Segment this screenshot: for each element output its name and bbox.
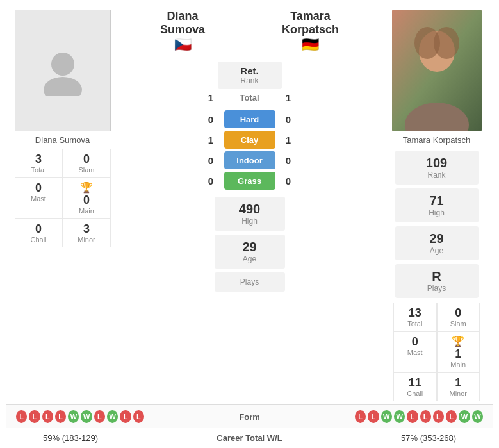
rank-sublabel: Rank <box>222 76 278 85</box>
right-form-10: W <box>472 410 483 423</box>
right-form-5: L <box>407 410 418 423</box>
right-form-4: W <box>394 410 405 423</box>
left-form-1: L <box>16 410 27 423</box>
left-total-score: 1 <box>203 92 219 103</box>
right-trophy-main: 🏆 1 Main <box>437 331 480 372</box>
left-career-wl: 59% (183-129) <box>6 428 135 448</box>
left-form-8: W <box>107 410 118 423</box>
right-form-3: W <box>381 410 392 423</box>
svg-point-1 <box>44 77 82 96</box>
right-form-8: L <box>446 410 457 423</box>
left-stat-minor: 3 Minor <box>63 219 111 247</box>
left-stat-total: 3 Total <box>15 149 63 178</box>
left-stat-slam: 0 Slam <box>63 149 111 178</box>
surface-row-indoor: 0 Indoor 0 <box>122 151 377 169</box>
left-form-6: W <box>81 410 92 423</box>
right-plays-box: R Plays <box>395 264 479 298</box>
left-high-label: High <box>220 217 280 226</box>
left-player-photo <box>15 10 111 131</box>
right-career-wl: 57% (353-268) <box>364 428 493 448</box>
right-form-9: W <box>459 410 470 423</box>
total-label: Total <box>224 93 275 103</box>
left-age-label: Age <box>220 254 280 263</box>
right-trophy-icon: 🏆 <box>452 336 464 347</box>
grass-right-score: 0 <box>281 176 297 187</box>
left-plays-val: Plays <box>220 278 280 286</box>
left-form-5: W <box>68 410 79 423</box>
right-player-name-center: TamaraKorpatsch <box>282 10 339 37</box>
left-plays-box: Plays <box>215 272 285 292</box>
grass-badge: Grass <box>224 172 275 190</box>
right-rank-label: Rank <box>400 170 473 179</box>
right-stat-minor: 1 Minor <box>437 372 480 401</box>
right-high-label: High <box>400 208 473 217</box>
left-form-9: L <box>120 410 131 423</box>
left-flag: 🇨🇿 <box>160 37 205 53</box>
right-form: L L W W L L L L W W <box>355 410 483 423</box>
ret-rank-box: Ret. Rank <box>218 62 282 89</box>
indoor-badge: Indoor <box>224 151 275 169</box>
ret-label: Ret. <box>222 65 278 76</box>
left-age-box: 29 Age <box>215 235 285 269</box>
hard-left-score: 0 <box>203 114 219 125</box>
career-wl-label: Career Total W/L <box>135 428 364 448</box>
right-form-6: L <box>420 410 431 423</box>
left-stat-mast: 0 Mast <box>15 178 63 219</box>
right-rank-val: 109 <box>400 156 473 170</box>
left-trophy-icon: 🏆 <box>80 181 93 194</box>
surface-row-hard: 0 Hard 0 <box>122 110 377 128</box>
right-plays-label: Plays <box>400 284 473 293</box>
right-plays-val: R <box>400 269 473 284</box>
left-form: L L L L W W L W L L <box>16 410 144 423</box>
left-form-3: L <box>42 410 53 423</box>
hard-badge: Hard <box>224 110 275 128</box>
form-label: Form <box>144 412 355 422</box>
surface-section: 0 Hard 0 1 Clay 1 0 Indoor 0 0 Grass <box>122 110 377 190</box>
right-rank-box: 109 Rank <box>395 151 479 185</box>
right-player-photo <box>392 10 482 131</box>
right-stat-total: 13 Total <box>393 303 437 331</box>
left-player-name: Diana Sumova <box>35 135 90 145</box>
svg-point-6 <box>434 27 459 59</box>
right-flag: 🇩🇪 <box>282 37 339 53</box>
form-section: L L L L W W L W L L Form L L W W L L L L… <box>6 404 493 428</box>
clay-left-score: 1 <box>203 135 219 145</box>
left-high-box: 490 High <box>215 197 285 231</box>
right-form-2: L <box>368 410 379 423</box>
left-form-7: L <box>94 410 105 423</box>
right-high-val: 71 <box>400 194 473 208</box>
career-wl-row: 59% (183-129) Career Total W/L 57% (353-… <box>6 428 493 448</box>
right-stat-slam: 0 Slam <box>437 303 480 331</box>
left-trophy-main: 🏆 0 Main <box>63 178 111 219</box>
left-player-name-center: DianaSumova <box>160 10 205 37</box>
indoor-left-score: 0 <box>203 155 219 166</box>
right-stat-chall: 11 Chall <box>393 372 437 401</box>
surface-row-clay: 1 Clay 1 <box>122 131 377 149</box>
right-high-box: 71 High <box>395 188 479 222</box>
grass-left-score: 0 <box>203 176 219 187</box>
right-age-val: 29 <box>400 231 473 246</box>
right-form-1: L <box>355 410 366 423</box>
left-form-4: L <box>55 410 66 423</box>
right-total-score: 1 <box>281 92 297 103</box>
left-age-val: 29 <box>220 240 280 254</box>
left-high-val: 490 <box>220 202 280 217</box>
right-stat-mast: 0 Mast <box>393 331 437 372</box>
svg-point-0 <box>51 53 74 76</box>
right-player-name: Tamara Korpatsch <box>403 135 471 145</box>
left-stat-chall: 0 Chall <box>15 219 63 247</box>
clay-badge: Clay <box>224 131 275 149</box>
stats-table: 59% (183-129) Career Total W/L 57% (353-… <box>6 428 493 448</box>
hard-right-score: 0 <box>281 114 297 125</box>
surface-row-grass: 0 Grass 0 <box>122 172 377 190</box>
right-age-box: 29 Age <box>395 226 479 260</box>
left-form-10: L <box>133 410 144 423</box>
indoor-right-score: 0 <box>281 155 297 166</box>
right-age-label: Age <box>400 246 473 255</box>
right-form-7: L <box>433 410 444 423</box>
left-form-2: L <box>29 410 40 423</box>
clay-right-score: 1 <box>281 135 297 145</box>
total-row: 1 Total 1 <box>122 92 377 103</box>
